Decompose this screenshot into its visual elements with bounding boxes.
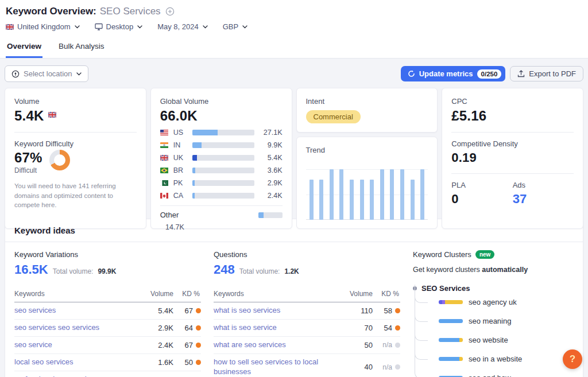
questions-count[interactable]: 248 [214, 262, 235, 277]
chevron-down-icon [76, 72, 82, 76]
ads-label: Ads [513, 181, 574, 189]
kd-dot-icon [196, 360, 201, 365]
country-row: US 27.1K [160, 128, 283, 137]
cluster-item[interactable]: seo and how [415, 368, 574, 377]
keyword-row: what is seo services 110 58 [214, 302, 400, 320]
trend-bar [330, 169, 334, 220]
cluster-root[interactable]: SEO Services [413, 284, 574, 293]
intent-badge[interactable]: Commercial [306, 110, 361, 123]
keyword-volume: 50 [345, 341, 373, 349]
kd-dot-icon [196, 325, 201, 331]
cpc-value: £5.16 [451, 108, 574, 124]
update-metrics-button[interactable]: Update metrics 0/250 [401, 66, 506, 81]
country-filter[interactable]: United Kingdom [6, 22, 80, 31]
date-filter[interactable]: May 8, 2024 [157, 22, 208, 31]
help-button[interactable]: ? [563, 349, 582, 369]
trend-bar [420, 169, 424, 220]
clusters-label: Keyword Clusters [413, 250, 471, 259]
currency-filter[interactable]: GBP [223, 22, 247, 31]
country-volume-bar [192, 130, 254, 135]
variations-total-label: Total volume: [53, 267, 94, 275]
keyword-row: how to sell seo services to local busine… [214, 354, 400, 377]
trend-bar [400, 169, 404, 220]
country-code: PK [173, 179, 188, 187]
cluster-item[interactable]: seo meaning [415, 312, 574, 331]
keyword-row: seo services seo services 2.9K 64 [14, 320, 201, 337]
questions-table: what is seo services 110 58 what is seo … [214, 302, 400, 377]
country-row: CA 2.4K [160, 191, 283, 200]
cluster-item[interactable]: seo website [415, 331, 574, 349]
other-countries-row: Other 14.7K [160, 205, 283, 214]
trend-bar [411, 180, 415, 220]
keyword-link[interactable]: seo services seo services [14, 323, 146, 333]
select-location-dropdown[interactable]: Select location [5, 65, 88, 82]
keyword-link[interactable]: seo services [14, 306, 146, 316]
tab-overview[interactable]: Overview [6, 40, 42, 58]
keyword-link[interactable]: what is seo service [214, 323, 345, 333]
cluster-bar-icon [439, 300, 463, 304]
keyword-link[interactable]: seo service [14, 340, 146, 350]
uk-flag-icon [48, 112, 56, 118]
keyword-link[interactable]: professional seo services [14, 375, 146, 377]
country-volume-bar [192, 168, 254, 173]
kd-dot-icon [395, 325, 400, 331]
cluster-item-label: seo in a website [469, 355, 522, 363]
keyword-kd: 67 [173, 341, 201, 349]
country-volume-value: 2.4K [258, 192, 283, 200]
variations-count[interactable]: 16.5K [14, 262, 48, 277]
keyword-volume: 1.3K [146, 375, 173, 377]
export-pdf-label: Export to PDF [529, 69, 576, 78]
keyword-link[interactable]: what is seo services [214, 306, 345, 316]
keyword-row: professional seo services 1.3K 36 [14, 371, 201, 377]
questions-label: Questions [214, 250, 400, 259]
keyword-link[interactable]: local seo services [14, 357, 146, 367]
device-filter[interactable]: Desktop [95, 22, 143, 31]
country-row: PK 2.9K [160, 178, 283, 187]
keyword-volume: 2.4K [146, 341, 173, 349]
ads-value[interactable]: 37 [513, 192, 574, 207]
country-volume-bar [192, 180, 254, 186]
country-volume-value: 9.9K [258, 141, 283, 149]
keyword-volume: 70 [345, 324, 373, 332]
trend-bar [370, 180, 374, 220]
in-flag-icon [160, 142, 169, 148]
cluster-tree: seo agency uk seo meaning seo website se… [415, 293, 574, 377]
uk-flag-icon [160, 155, 169, 161]
keyword-volume: 40 [345, 363, 373, 371]
cluster-item-label: seo and how [469, 374, 511, 377]
cluster-item-label: seo agency uk [469, 298, 517, 306]
keyword-volume: 5.4K [146, 306, 173, 315]
cluster-item[interactable]: seo agency uk [415, 293, 574, 312]
kd-donut-chart [49, 150, 70, 170]
keyword-kd: 67 [173, 306, 201, 315]
keyword-ideas-panel: Keyword ideas Keyword Variations 16.5K T… [5, 219, 583, 377]
keyword-link[interactable]: what are seo services [214, 340, 345, 350]
keyword-volume: 1.6K [146, 358, 173, 367]
keyword-volume: 2.9K [146, 324, 173, 332]
kd-dot-icon [395, 308, 400, 313]
questions-table-header: Keywords Volume KD % [214, 286, 400, 302]
add-keyword-icon[interactable] [165, 7, 175, 16]
export-pdf-button[interactable]: Export to PDF [510, 66, 583, 81]
chevron-down-icon [137, 25, 142, 29]
country-row: BR 3.6K [160, 166, 283, 174]
cpc-card: CPC £5.16 Competitive Density 0.19 PLA 0… [442, 88, 583, 229]
cluster-root-label: SEO Services [421, 284, 470, 293]
volume-value: 5.4K [14, 108, 44, 124]
global-volume-label: Global Volume [160, 97, 283, 106]
cluster-item[interactable]: seo in a website [415, 349, 574, 368]
keyword-row: local seo services 1.6K 50 [14, 354, 201, 371]
tab-bulk-analysis[interactable]: Bulk Analysis [57, 40, 106, 58]
trend-bar [380, 169, 384, 220]
volume-card: Volume 5.4K Keyword Difficulty 67% Diffi… [5, 88, 146, 229]
kd-dot-icon [395, 343, 400, 348]
tab-bar: Overview Bulk Analysis [0, 40, 588, 59]
country-row: UK 5.4K [160, 153, 283, 162]
volume-label: Volume [14, 97, 137, 106]
cpc-label: CPC [451, 97, 574, 106]
keyword-link[interactable]: how to sell seo services to local busine… [214, 357, 345, 377]
keyword-volume: 110 [345, 306, 373, 315]
cluster-bar-icon [439, 319, 463, 323]
trend-bar [360, 180, 364, 220]
location-pin-icon [11, 70, 20, 78]
